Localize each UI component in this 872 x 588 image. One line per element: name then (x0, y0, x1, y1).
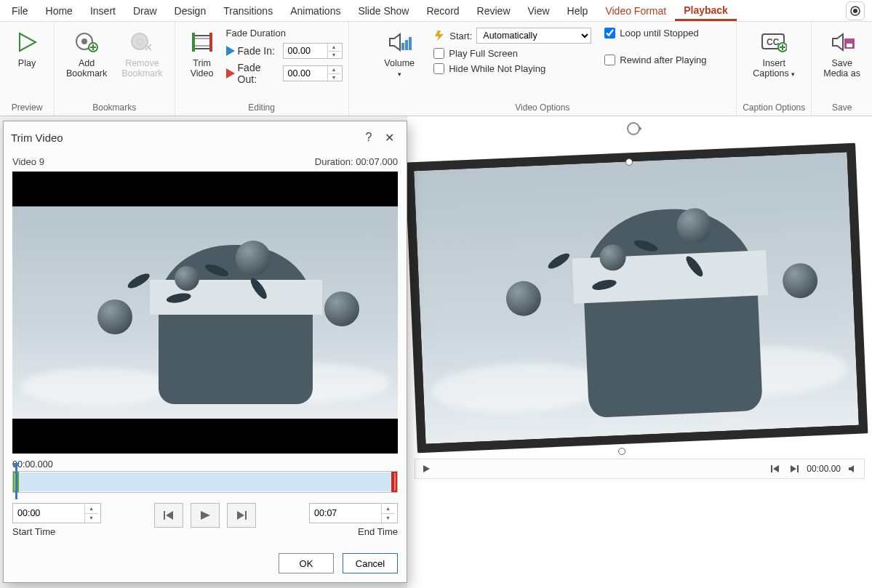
ok-button[interactable]: OK (279, 553, 334, 573)
group-captions-label: Caption Options (743, 101, 805, 114)
menu-playback[interactable]: Playback (675, 1, 737, 21)
trim-video-button[interactable]: Trim Video (181, 26, 223, 82)
menu-draw[interactable]: Draw (124, 2, 166, 20)
selection-handle[interactable] (625, 158, 633, 166)
slide-step-fwd-button[interactable] (788, 462, 801, 475)
menu-design[interactable]: Design (166, 2, 215, 20)
captions-icon: CC (761, 29, 787, 55)
slide-play-button[interactable] (420, 462, 433, 475)
group-preview: Play Preview (0, 22, 55, 116)
dialog-play-button[interactable] (191, 503, 220, 528)
dialog-prev-frame-button[interactable] (154, 503, 183, 528)
end-time-down[interactable]: ▼ (382, 514, 394, 523)
trim-video-dialog: Trim Video ? ✕ Video 9 Duration: 00:07.0… (3, 121, 407, 583)
menu-insert[interactable]: Insert (81, 2, 124, 20)
svg-rect-42 (245, 511, 247, 520)
slide-canvas[interactable]: 00:00.00 (407, 116, 872, 588)
add-bookmark-button[interactable]: Add Bookmark (60, 26, 113, 82)
svg-marker-33 (773, 465, 779, 472)
start-time-up[interactable]: ▲ (85, 504, 97, 514)
menu-view[interactable]: View (519, 2, 559, 20)
menu-record[interactable]: Record (417, 2, 468, 20)
menu-animations[interactable]: Animations (281, 2, 349, 20)
fade-out-icon (226, 68, 235, 78)
group-video-options: Volume▾ Start: Automatically Play Full S… (349, 22, 737, 116)
hide-while-not-playing-checkbox[interactable] (433, 63, 444, 74)
fade-out-down[interactable]: ▼ (328, 74, 340, 81)
play-icon (14, 29, 40, 55)
svg-rect-12 (193, 36, 211, 49)
svg-point-4 (81, 39, 87, 44)
play-full-label: Play Full Screen (449, 48, 518, 59)
fade-in-input[interactable] (284, 44, 327, 58)
start-time-spinner[interactable]: ▲▼ (12, 503, 101, 523)
add-bookmark-label: Add Bookmark (66, 58, 107, 79)
dialog-help-button[interactable]: ? (359, 127, 379, 148)
volume-label: Volume▾ (384, 58, 415, 79)
fade-in-up[interactable]: ▲ (328, 44, 340, 52)
group-save-label: Save (832, 101, 852, 114)
fade-in-spinner[interactable]: ▲▼ (283, 43, 343, 59)
svg-marker-17 (390, 34, 400, 50)
insert-captions-label: Insert Captions ▾ (753, 58, 795, 79)
fade-out-input[interactable] (284, 66, 327, 81)
insert-captions-button[interactable]: CC Insert Captions ▾ (747, 26, 801, 82)
menu-home[interactable]: Home (37, 2, 81, 20)
slide-playbar-time: 00:00.00 (807, 464, 841, 474)
play-button[interactable]: Play (6, 26, 48, 71)
trim-end-handle[interactable] (391, 472, 397, 492)
group-editing-label: Editing (248, 101, 275, 114)
menu-video-format[interactable]: Video Format (596, 2, 675, 20)
fade-out-spinner[interactable]: ▲▼ (283, 65, 343, 81)
svg-rect-18 (401, 43, 404, 50)
fade-in-down[interactable]: ▼ (328, 52, 340, 59)
svg-rect-36 (797, 465, 799, 472)
svg-point-1 (853, 9, 857, 13)
trim-playhead[interactable] (15, 466, 17, 499)
end-time-input[interactable] (310, 504, 381, 523)
play-full-screen-checkbox[interactable] (433, 48, 444, 59)
menu-help[interactable]: Help (559, 2, 597, 20)
fade-duration-title: Fade Duration (226, 28, 343, 40)
menu-slide-show[interactable]: Slide Show (349, 2, 417, 20)
end-time-spinner[interactable]: ▲▼ (309, 503, 398, 523)
svg-marker-31 (639, 126, 641, 131)
svg-text:CC: CC (767, 37, 780, 47)
start-select[interactable]: Automatically (476, 28, 591, 44)
dialog-next-frame-button[interactable] (227, 503, 256, 528)
svg-rect-39 (164, 511, 165, 520)
group-preview-label: Preview (12, 101, 43, 114)
remove-bookmark-label: Remove Bookmark (121, 58, 162, 79)
rotate-handle[interactable] (625, 121, 641, 137)
ribbon: Play Preview Add Bookmark Remove Bookmar… (0, 22, 872, 116)
volume-button[interactable]: Volume▾ (378, 26, 420, 82)
slide-step-back-button[interactable] (769, 462, 782, 475)
cancel-button[interactable]: Cancel (343, 553, 398, 573)
group-bookmarks: Add Bookmark Remove Bookmark Bookmarks (55, 22, 175, 116)
menu-review[interactable]: Review (468, 2, 519, 20)
dialog-close-button[interactable]: ✕ (379, 127, 399, 148)
svg-rect-29 (847, 44, 852, 47)
start-time-input[interactable] (13, 504, 84, 523)
save-media-button[interactable]: Save Media as (817, 26, 866, 82)
recording-indicator-button[interactable] (846, 1, 865, 20)
fade-out-up[interactable]: ▲ (328, 66, 340, 74)
svg-marker-32 (423, 465, 430, 472)
selection-handle[interactable] (618, 448, 625, 455)
rewind-checkbox[interactable] (604, 55, 615, 65)
menu-transitions[interactable]: Transitions (215, 2, 281, 20)
svg-marker-38 (166, 511, 173, 520)
slide-video-object[interactable] (407, 143, 868, 454)
svg-point-9 (137, 39, 143, 44)
group-editing: Trim Video Fade Duration Fade In: ▲▼ Fad… (175, 22, 349, 116)
group-bookmarks-label: Bookmarks (92, 101, 136, 114)
slide-mute-button[interactable] (847, 462, 860, 475)
svg-marker-37 (849, 465, 854, 472)
svg-marker-41 (237, 511, 244, 520)
dialog-timeline[interactable] (12, 471, 398, 493)
end-time-up[interactable]: ▲ (382, 504, 394, 514)
start-time-down[interactable]: ▼ (85, 514, 97, 523)
end-time-label: End Time (358, 526, 398, 537)
menu-file[interactable]: File (3, 2, 37, 20)
loop-checkbox[interactable] (604, 28, 615, 39)
